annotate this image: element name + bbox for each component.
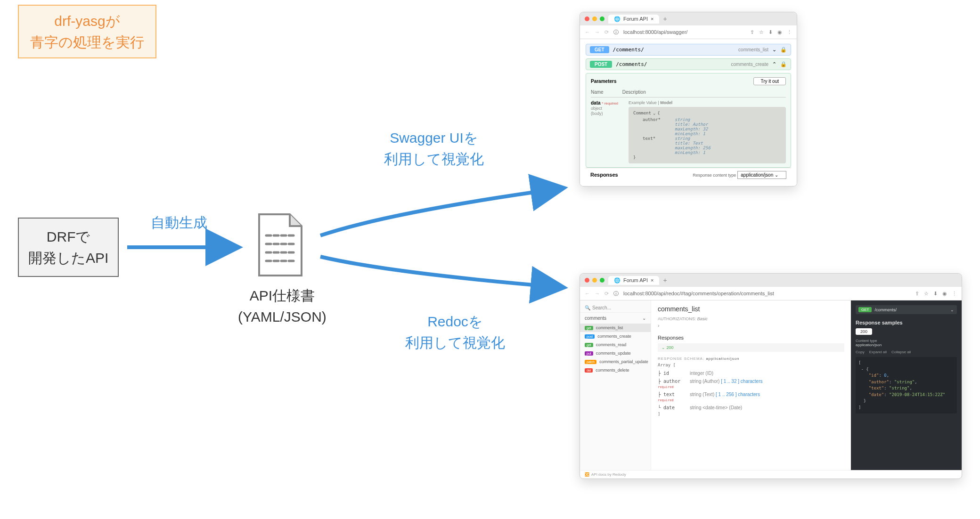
chevron-down-icon: ⌄ <box>950 308 954 312</box>
model-name[interactable]: Comment ⌄ { <box>633 111 781 115</box>
chevron-down-icon: ⌄ <box>653 111 655 115</box>
browser-tab[interactable]: 🌐 Forum API × <box>608 276 659 285</box>
chevron-down-icon: ⌄ <box>775 172 778 178</box>
redoc-main: comments_list AUTHORIZATIONS: Basic › Re… <box>651 300 851 470</box>
chevron-right-icon[interactable]: › <box>658 323 844 328</box>
status-chip[interactable]: 200 <box>856 328 872 335</box>
forward-icon[interactable]: → <box>595 29 600 35</box>
sidebar-item[interactable]: getcomments_list <box>580 324 651 332</box>
schema-tree: ├ idinteger (ID) ├ authorrequiredstring … <box>658 369 844 412</box>
reload-icon[interactable]: ⟳ <box>604 29 609 35</box>
document-icon <box>254 212 306 278</box>
globe-icon: 🌐 <box>614 16 621 22</box>
forward-icon[interactable]: → <box>595 291 600 296</box>
url-bar: ← → ⟳ ⓘ localhost:8000/api/redoc/#tag/co… <box>580 287 962 300</box>
callout-drf-yasg: drf-yasgが 青字の処理を実行 <box>18 5 156 58</box>
traffic-lights <box>585 16 604 21</box>
browser-chrome: 🌐 Forum API × + <box>580 274 962 287</box>
chevron-down-icon: ⌄ <box>642 316 646 321</box>
callout-line1: drf-yasgが <box>30 10 144 32</box>
try-it-out-button[interactable]: Try it out <box>753 77 786 85</box>
swagger-body: GET /comments/ comments_list ⌄ 🔒 POST /c… <box>580 39 797 186</box>
swagger-model-box: Comment ⌄ { author*stringtitle: Authorma… <box>629 107 786 163</box>
redoc-body: 🔍 Search... comments ⌄ getcomments_list … <box>580 300 962 470</box>
copy-button[interactable]: Copy <box>856 350 865 354</box>
redoc-sidebar: 🔍 Search... comments ⌄ getcomments_list … <box>580 300 651 470</box>
lock-icon: 🔒 <box>780 61 787 67</box>
expand-all-button[interactable]: Expand all <box>869 350 887 354</box>
sidebar-item[interactable]: putcomments_update <box>580 349 651 357</box>
back-icon[interactable]: ← <box>585 29 590 35</box>
label-redoc: Redocを 利用して視覚化 <box>405 311 505 353</box>
star-icon[interactable]: ☆ <box>759 29 764 35</box>
chevron-down-icon: ⌄ <box>772 47 776 53</box>
source-line2: 開発したAPI <box>28 247 108 268</box>
url-text[interactable]: localhost:8000/api/redoc/#tag/comments/o… <box>623 291 910 296</box>
swagger-op-post[interactable]: POST /comments/ comments_create ⌃ 🔒 <box>586 58 791 70</box>
share-icon[interactable]: ⇪ <box>915 291 919 297</box>
browser-tab[interactable]: 🌐 Forum API × <box>608 15 659 24</box>
content-type-select[interactable]: application/json ⌄ <box>737 171 786 179</box>
samples-heading: Response samples <box>856 320 957 325</box>
url-text[interactable]: localhost:8000/api/swagger/ <box>623 29 745 35</box>
menu-icon[interactable]: ⋮ <box>952 291 957 297</box>
back-icon[interactable]: ← <box>585 291 590 296</box>
share-icon[interactable]: ⇪ <box>750 29 754 35</box>
endpoint-badge[interactable]: GET /comments/ ⌄ <box>856 305 957 314</box>
callout-line2: 青字の処理を実行 <box>30 32 144 53</box>
label-autogen: 自動生成 <box>151 212 207 233</box>
swagger-browser: 🌐 Forum API × + ← → ⟳ ⓘ localhost:8000/a… <box>580 12 797 187</box>
method-badge-post: POST <box>590 61 612 68</box>
model-tab[interactable]: Model <box>660 100 672 105</box>
info-icon[interactable]: ⓘ <box>613 29 619 36</box>
arrow-redoc <box>320 257 561 287</box>
url-bar: ← → ⟳ ⓘ localhost:8000/api/swagger/ ⇪ ☆ … <box>580 25 797 39</box>
param-name: data * required object (body) <box>591 100 619 163</box>
download-icon[interactable]: ⬇ <box>933 291 938 297</box>
sidebar-item[interactable]: getcomments_read <box>580 341 651 349</box>
source-line1: DRFで <box>28 226 108 247</box>
new-tab-button[interactable]: + <box>663 15 667 23</box>
sidebar-item[interactable]: postcomments_create <box>580 332 651 341</box>
globe-icon: 🌐 <box>614 277 621 284</box>
source-box: DRFで 開発したAPI <box>18 218 119 277</box>
profile-icon[interactable]: ◉ <box>942 291 947 297</box>
sidebar-item[interactable]: patchcomments_partial_update <box>580 357 651 366</box>
profile-icon[interactable]: ◉ <box>777 29 782 35</box>
response-200[interactable]: ⌄ 200 <box>658 343 844 352</box>
responses-heading: Responses <box>658 335 844 341</box>
redoc-browser: 🌐 Forum API × + ← → ⟳ ⓘ localhost:8000/a… <box>580 273 962 479</box>
label-swagger: Swagger UIを 利用して視覚化 <box>384 127 484 170</box>
search-input[interactable]: 🔍 Search... <box>580 303 651 313</box>
redoc-right-panel: GET /comments/ ⌄ Response samples 200 Co… <box>851 300 962 470</box>
swagger-op-get[interactable]: GET /comments/ comments_list ⌄ 🔒 <box>586 44 791 56</box>
collapse-all-button[interactable]: Collapse all <box>891 350 911 354</box>
method-badge-get: GET <box>590 46 609 53</box>
sidebar-group-comments[interactable]: comments ⌄ <box>580 313 651 324</box>
swagger-responses-bar: Responses Response content type applicat… <box>586 168 791 181</box>
json-sample: [ - { "id": 0, "author": "string", "text… <box>856 357 957 414</box>
redocly-icon: 🔀 <box>585 472 589 477</box>
star-icon[interactable]: ☆ <box>924 291 929 297</box>
new-tab-button[interactable]: + <box>663 276 667 284</box>
close-icon[interactable]: × <box>651 16 653 22</box>
sidebar-item[interactable]: delcomments_delete <box>580 366 651 374</box>
parameters-heading: Parameters <box>591 79 616 84</box>
operation-title: comments_list <box>658 305 844 313</box>
download-icon[interactable]: ⬇ <box>768 29 773 35</box>
swagger-params-section: Parameters Try it out Name Description d… <box>586 73 791 168</box>
spec-label: API仕様書 (YAML/JSON) <box>238 285 327 327</box>
reload-icon[interactable]: ⟳ <box>604 291 609 297</box>
close-icon[interactable]: × <box>651 277 653 283</box>
search-icon: 🔍 <box>585 305 590 310</box>
lock-icon: 🔒 <box>780 47 787 53</box>
traffic-lights <box>585 278 604 283</box>
chevron-up-icon: ⌃ <box>772 61 776 67</box>
browser-chrome: 🌐 Forum API × + <box>580 12 797 25</box>
menu-icon[interactable]: ⋮ <box>787 29 792 35</box>
info-icon[interactable]: ⓘ <box>613 290 619 297</box>
arrow-swagger <box>320 188 561 235</box>
redoc-footer: 🔀 API docs by Redocly <box>580 470 962 478</box>
